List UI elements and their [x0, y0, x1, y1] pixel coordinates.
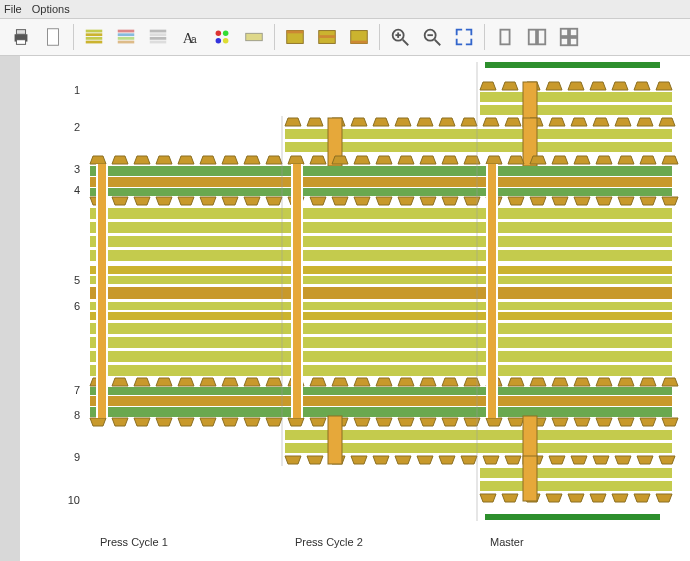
svg-rect-11 [118, 41, 135, 44]
grid-view-button[interactable] [554, 22, 584, 52]
svg-rect-55 [90, 222, 672, 233]
svg-point-19 [223, 31, 229, 36]
blank-page-button[interactable] [38, 22, 68, 52]
single-column-icon [494, 26, 516, 48]
zoom-out-icon [421, 26, 443, 48]
svg-rect-12 [150, 30, 167, 33]
color-legend-button[interactable] [207, 22, 237, 52]
svg-rect-54 [90, 208, 672, 219]
svg-rect-86 [485, 514, 660, 520]
highlight-icon [348, 26, 370, 48]
svg-rect-78 [496, 164, 498, 418]
svg-line-30 [403, 40, 409, 46]
fit-icon [453, 26, 475, 48]
svg-point-21 [223, 38, 229, 43]
annotate-button[interactable] [239, 22, 269, 52]
svg-point-20 [216, 38, 222, 43]
svg-rect-44 [480, 92, 672, 102]
svg-rect-75 [301, 164, 303, 418]
svg-rect-39 [561, 29, 568, 36]
highlight-1-button[interactable] [280, 22, 310, 52]
menu-options[interactable]: Options [32, 3, 70, 15]
svg-rect-70 [98, 164, 106, 418]
stackup-drawing [20, 56, 690, 561]
grid-icon [558, 26, 580, 48]
svg-rect-48 [285, 142, 672, 152]
single-column-button[interactable] [490, 22, 520, 52]
svg-rect-81 [328, 416, 342, 464]
svg-rect-4 [86, 30, 103, 33]
svg-rect-13 [150, 33, 167, 36]
stackup-canvas[interactable]: 1 2 3 4 5 6 7 8 9 10 Press Cycle 1 Press… [20, 56, 690, 561]
svg-rect-65 [90, 351, 672, 362]
svg-rect-76 [488, 164, 496, 418]
svg-rect-14 [150, 37, 167, 40]
stackup-icon [83, 26, 105, 48]
printer-icon [10, 26, 32, 48]
stackup-view-3-button[interactable] [143, 22, 173, 52]
svg-rect-83 [480, 468, 672, 478]
highlight-icon [284, 26, 306, 48]
svg-rect-1 [16, 30, 25, 35]
stackup-view-2-button[interactable] [111, 22, 141, 52]
annotate-icon [243, 26, 265, 48]
svg-rect-43 [485, 62, 660, 68]
svg-rect-79 [285, 430, 672, 440]
svg-rect-5 [86, 33, 103, 36]
highlight-2-button[interactable] [312, 22, 342, 52]
svg-rect-56 [90, 236, 672, 247]
toolbar: Aa [0, 19, 690, 56]
svg-rect-8 [118, 30, 135, 33]
svg-rect-47 [285, 129, 672, 139]
svg-rect-74 [291, 164, 293, 418]
svg-rect-45 [480, 105, 672, 115]
labels-button[interactable]: Aa [175, 22, 205, 52]
svg-rect-73 [293, 164, 301, 418]
svg-rect-10 [118, 37, 135, 40]
svg-rect-77 [486, 164, 488, 418]
toolbar-separator [274, 24, 275, 50]
svg-rect-63 [90, 323, 672, 334]
stackup-icon [115, 26, 137, 48]
stackup-view-1-button[interactable] [79, 22, 109, 52]
zoom-in-button[interactable] [385, 22, 415, 52]
svg-rect-37 [529, 30, 536, 45]
toolbar-separator [379, 24, 380, 50]
svg-rect-9 [118, 33, 135, 36]
svg-rect-69 [90, 407, 672, 417]
svg-rect-59 [90, 276, 672, 284]
menubar: File Options [0, 0, 690, 19]
svg-rect-40 [570, 29, 577, 36]
svg-rect-67 [90, 387, 672, 395]
left-gutter [0, 56, 21, 561]
text-icon: Aa [179, 26, 201, 48]
double-column-icon [526, 26, 548, 48]
svg-rect-58 [90, 266, 672, 274]
svg-point-18 [216, 31, 222, 36]
svg-rect-84 [480, 481, 672, 491]
svg-line-34 [435, 40, 441, 46]
svg-rect-72 [106, 164, 108, 418]
svg-rect-22 [246, 33, 263, 40]
highlight-3-button[interactable] [344, 22, 374, 52]
svg-rect-53 [90, 188, 672, 196]
zoom-in-icon [389, 26, 411, 48]
menu-file[interactable]: File [4, 3, 22, 15]
double-column-button[interactable] [522, 22, 552, 52]
stackup-icon [147, 26, 169, 48]
svg-rect-85 [523, 456, 537, 501]
svg-rect-57 [90, 250, 672, 261]
svg-rect-66 [90, 365, 672, 376]
print-button[interactable] [6, 22, 36, 52]
svg-rect-3 [48, 29, 59, 46]
svg-rect-24 [287, 31, 304, 34]
svg-rect-6 [86, 37, 103, 40]
zoom-out-button[interactable] [417, 22, 447, 52]
toolbar-separator [73, 24, 74, 50]
svg-rect-62 [90, 312, 672, 320]
workspace: 1 2 3 4 5 6 7 8 9 10 Press Cycle 1 Press… [0, 56, 690, 561]
fit-window-button[interactable] [449, 22, 479, 52]
svg-rect-36 [500, 30, 509, 45]
svg-rect-15 [150, 41, 167, 44]
toolbar-separator [484, 24, 485, 50]
